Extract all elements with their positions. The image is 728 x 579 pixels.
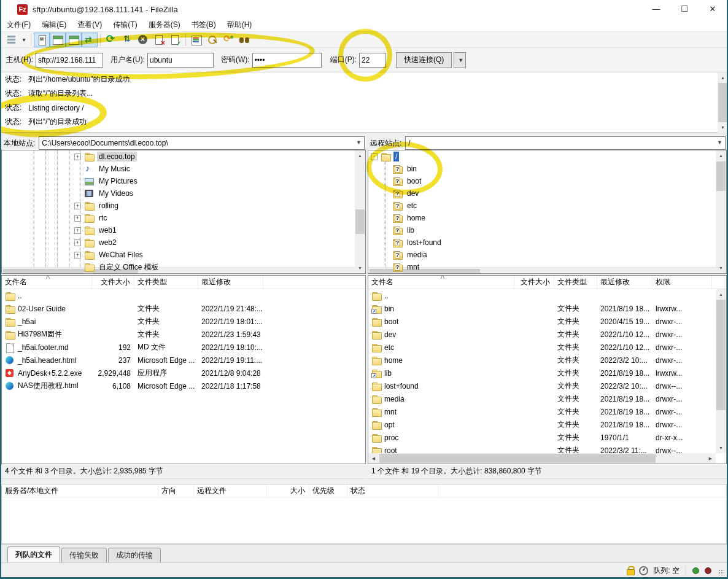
port-input[interactable]: [359, 53, 386, 68]
tree-expander-icon[interactable]: +: [74, 227, 81, 234]
maximize-button[interactable]: ☐: [670, 0, 699, 18]
column-header[interactable]: 文件类型: [134, 276, 198, 289]
scroll-thumb[interactable]: [716, 300, 726, 410]
scroll-left-icon[interactable]: ◀: [368, 453, 379, 464]
file-row[interactable]: _h5ai.footer.md192MD 文件2022/1/19 18:10:.…: [2, 341, 365, 354]
column-header[interactable]: 权限: [652, 276, 712, 289]
scroll-thumb[interactable]: [718, 83, 727, 122]
tree-item[interactable]: +rtc: [2, 212, 365, 224]
tree-expander-icon[interactable]: +: [74, 215, 81, 222]
scroll-down-icon[interactable]: ▼: [716, 263, 726, 273]
file-row[interactable]: ..: [368, 289, 726, 302]
close-button[interactable]: ✕: [699, 0, 727, 18]
tree-item[interactable]: ?lost+found: [368, 236, 726, 249]
tree-item[interactable]: 自定义 Office 模板: [2, 261, 365, 273]
file-row[interactable]: mnt文件夹2021/8/19 18...drwxr-...: [368, 405, 726, 418]
queue-column-header[interactable]: 优先级: [309, 484, 347, 497]
local-tree-scrollbar[interactable]: ▲ ▼: [355, 150, 365, 273]
tab-queued-files[interactable]: 列队的文件: [7, 546, 60, 562]
tree-item[interactable]: My Pictures: [2, 175, 365, 187]
speed-limit-icon[interactable]: [639, 566, 648, 575]
find-button[interactable]: [236, 33, 252, 47]
process-queue-button[interactable]: [119, 33, 135, 47]
file-row[interactable]: home文件夹2022/3/2 10:...drwxr-...: [368, 354, 726, 367]
tree-item[interactable]: My Music: [2, 163, 365, 175]
column-header[interactable]: 文件大小: [92, 276, 134, 289]
column-header[interactable]: 最近修改: [597, 276, 652, 289]
toggle-queue-button[interactable]: [82, 33, 98, 47]
resize-grip[interactable]: [718, 569, 724, 575]
scroll-right-icon[interactable]: ▶: [705, 453, 716, 464]
remote-list-vscrollbar[interactable]: ▲ ▼: [716, 289, 726, 453]
site-manager-dropdown-icon[interactable]: ▾: [20, 33, 28, 47]
tree-expander-icon[interactable]: -: [371, 153, 378, 160]
tree-expander-icon[interactable]: +: [74, 252, 81, 258]
menu-item[interactable]: 查看(V): [72, 20, 107, 30]
tab-successful-transfers[interactable]: 成功的传输: [108, 548, 161, 562]
menu-item[interactable]: 传输(T): [107, 20, 142, 30]
tree-item[interactable]: ?boot: [368, 175, 726, 187]
scroll-down-icon[interactable]: ▼: [716, 443, 726, 453]
remote-list-hscrollbar[interactable]: ◀ ▶: [368, 453, 716, 464]
log-scrollbar[interactable]: ▲ ▼: [718, 72, 728, 133]
scroll-down-icon[interactable]: ▼: [718, 122, 728, 133]
compare-button[interactable]: [188, 33, 204, 47]
filter-button[interactable]: [204, 33, 220, 47]
tree-item[interactable]: ?home: [368, 212, 726, 224]
file-row[interactable]: AnyDesk+5.2.2.exe2,929,448应用程序2021/12/8 …: [2, 367, 365, 379]
cancel-button[interactable]: [135, 33, 151, 47]
tree-item[interactable]: ?etc: [368, 200, 726, 212]
tree-item[interactable]: ?media: [368, 249, 726, 261]
scroll-up-icon[interactable]: ▲: [718, 72, 728, 83]
menu-item[interactable]: 服务器(S): [143, 20, 186, 30]
tab-failed-transfers[interactable]: 传输失败: [61, 548, 107, 562]
scroll-up-icon[interactable]: ▲: [716, 150, 726, 161]
tree-item[interactable]: My Videos: [2, 187, 365, 200]
verify-button[interactable]: [167, 33, 183, 47]
tree-expander-icon[interactable]: +: [74, 203, 81, 209]
queue-column-header[interactable]: 状态: [347, 484, 438, 497]
column-header[interactable]: 最近修改: [198, 276, 263, 289]
menu-item[interactable]: 书签(B): [186, 20, 222, 30]
file-row[interactable]: proc文件夹1970/1/1dr-xr-x...: [368, 431, 726, 444]
password-input[interactable]: [252, 53, 322, 68]
site-manager-button[interactable]: [4, 33, 20, 47]
toggle-remote-tree-button[interactable]: [66, 33, 82, 47]
remote-tree-scrollbar[interactable]: ▲ ▼: [716, 150, 726, 273]
scroll-up-icon[interactable]: ▲: [716, 289, 726, 300]
tree-item[interactable]: +web1: [2, 224, 365, 236]
tree-item[interactable]: ?bin: [368, 163, 726, 175]
scroll-down-icon[interactable]: ▼: [355, 263, 365, 273]
queue-column-header[interactable]: 大小: [266, 484, 309, 497]
file-row[interactable]: ↗lib文件夹2021/8/19 18...lrwxrw...: [368, 367, 726, 379]
remove-button[interactable]: [151, 33, 167, 47]
column-header[interactable]: 文件大小: [514, 276, 554, 289]
scroll-thumb[interactable]: [716, 161, 726, 191]
file-row[interactable]: ..: [2, 289, 365, 302]
chevron-down-icon[interactable]: ▼: [717, 139, 722, 146]
menu-item[interactable]: 编辑(E): [36, 20, 72, 30]
username-input[interactable]: [147, 53, 214, 68]
file-row[interactable]: ↗bin文件夹2021/8/19 18...lrwxrw...: [368, 302, 726, 315]
minimize-button[interactable]: —: [642, 0, 670, 18]
tree-item[interactable]: ?mnt: [368, 261, 726, 273]
remote-site-combo[interactable]: / ▼: [405, 136, 726, 150]
tree-item[interactable]: +WeChat Files: [2, 249, 365, 261]
tree-item[interactable]: +dl.ecoo.top: [2, 150, 365, 163]
host-input[interactable]: [36, 53, 103, 68]
file-row[interactable]: boot文件夹2020/4/15 19...drwxr-...: [368, 315, 726, 328]
queue-column-header[interactable]: 远程文件: [194, 484, 266, 497]
chevron-down-icon[interactable]: ▼: [356, 139, 362, 146]
queue-column-header[interactable]: 服务器/本地文件: [2, 484, 158, 497]
scroll-thumb[interactable]: [379, 454, 656, 463]
refresh-button[interactable]: [103, 33, 119, 47]
file-row[interactable]: opt文件夹2021/8/19 18...drwxr-...: [368, 418, 726, 431]
scroll-up-icon[interactable]: ▲: [355, 150, 365, 161]
scroll-thumb[interactable]: [355, 209, 365, 234]
tree-item[interactable]: -/: [368, 150, 726, 163]
tree-item[interactable]: +web2: [2, 236, 365, 249]
file-row[interactable]: 02-User Guide文件夹2022/1/19 21:48:...: [2, 302, 365, 315]
toggle-log-button[interactable]: [34, 33, 50, 47]
menu-item[interactable]: 文件(F): [1, 20, 36, 30]
quickconnect-dropdown-icon[interactable]: ▼: [454, 52, 466, 68]
